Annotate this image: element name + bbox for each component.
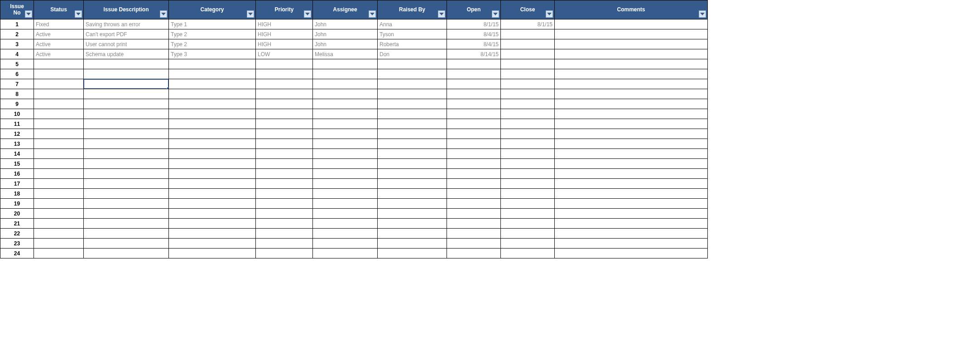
cell-close[interactable] <box>501 229 555 239</box>
cell-category[interactable]: Type 2 <box>169 39 256 49</box>
cell-desc[interactable] <box>84 119 169 129</box>
cell-open[interactable] <box>447 79 501 89</box>
cell-close[interactable] <box>501 139 555 149</box>
column-header-raised_by[interactable]: Raised By <box>378 0 447 19</box>
cell-assignee[interactable] <box>313 109 378 119</box>
cell-priority[interactable] <box>256 149 313 159</box>
cell-assignee[interactable] <box>313 179 378 189</box>
cell-comments[interactable] <box>555 189 708 199</box>
cell-priority[interactable] <box>256 209 313 219</box>
cell-category[interactable] <box>169 209 256 219</box>
cell-status[interactable]: Active <box>34 39 84 49</box>
cell-issue_no[interactable]: 22 <box>0 229 34 239</box>
cell-status[interactable] <box>34 119 84 129</box>
cell-raised_by[interactable] <box>378 59 447 69</box>
cell-open[interactable] <box>447 139 501 149</box>
cell-issue_no[interactable]: 11 <box>0 119 34 129</box>
cell-comments[interactable] <box>555 209 708 219</box>
cell-raised_by[interactable] <box>378 199 447 209</box>
cell-priority[interactable]: HIGH <box>256 29 313 39</box>
filter-dropdown-icon[interactable] <box>25 10 32 18</box>
cell-category[interactable] <box>169 219 256 229</box>
cell-raised_by[interactable] <box>378 99 447 109</box>
cell-priority[interactable]: HIGH <box>256 19 313 29</box>
cell-priority[interactable] <box>256 89 313 99</box>
cell-close[interactable] <box>501 189 555 199</box>
cell-desc[interactable] <box>84 169 169 179</box>
cell-close[interactable] <box>501 129 555 139</box>
cell-open[interactable] <box>447 189 501 199</box>
cell-close[interactable] <box>501 249 555 258</box>
cell-comments[interactable] <box>555 49 708 59</box>
cell-issue_no[interactable]: 13 <box>0 139 34 149</box>
cell-comments[interactable] <box>555 229 708 239</box>
column-header-category[interactable]: Category <box>169 0 256 19</box>
cell-comments[interactable] <box>555 39 708 49</box>
cell-issue_no[interactable]: 12 <box>0 129 34 139</box>
cell-close[interactable] <box>501 49 555 59</box>
cell-priority[interactable] <box>256 139 313 149</box>
cell-open[interactable] <box>447 169 501 179</box>
cell-status[interactable] <box>34 249 84 258</box>
cell-raised_by[interactable] <box>378 189 447 199</box>
cell-open[interactable] <box>447 89 501 99</box>
cell-close[interactable] <box>501 149 555 159</box>
cell-raised_by[interactable] <box>378 79 447 89</box>
cell-status[interactable] <box>34 129 84 139</box>
cell-raised_by[interactable] <box>378 139 447 149</box>
cell-close[interactable] <box>501 219 555 229</box>
cell-status[interactable] <box>34 209 84 219</box>
cell-open[interactable] <box>447 119 501 129</box>
cell-close[interactable] <box>501 109 555 119</box>
cell-close[interactable] <box>501 89 555 99</box>
cell-category[interactable] <box>169 249 256 258</box>
cell-raised_by[interactable] <box>378 179 447 189</box>
filter-dropdown-icon[interactable] <box>699 10 706 18</box>
cell-priority[interactable] <box>256 59 313 69</box>
cell-status[interactable] <box>34 69 84 79</box>
cell-priority[interactable] <box>256 129 313 139</box>
cell-category[interactable]: Type 3 <box>169 49 256 59</box>
cell-status[interactable] <box>34 219 84 229</box>
cell-desc[interactable] <box>84 69 169 79</box>
issues-table[interactable]: IssueNoStatusIssue DescriptionCategoryPr… <box>0 0 708 258</box>
cell-close[interactable] <box>501 29 555 39</box>
cell-category[interactable] <box>169 69 256 79</box>
cell-open[interactable] <box>447 109 501 119</box>
cell-raised_by[interactable] <box>378 149 447 159</box>
cell-raised_by[interactable] <box>378 169 447 179</box>
cell-close[interactable] <box>501 119 555 129</box>
cell-desc[interactable] <box>84 99 169 109</box>
filter-dropdown-icon[interactable] <box>160 10 167 18</box>
cell-desc[interactable] <box>84 209 169 219</box>
cell-comments[interactable] <box>555 119 708 129</box>
cell-assignee[interactable]: John <box>313 29 378 39</box>
cell-category[interactable] <box>169 229 256 239</box>
cell-raised_by[interactable] <box>378 109 447 119</box>
cell-category[interactable]: Type 2 <box>169 29 256 39</box>
cell-open[interactable] <box>447 249 501 258</box>
cell-assignee[interactable] <box>313 169 378 179</box>
cell-desc[interactable] <box>84 159 169 169</box>
cell-open[interactable] <box>447 149 501 159</box>
cell-close[interactable] <box>501 209 555 219</box>
cell-raised_by[interactable] <box>378 89 447 99</box>
filter-dropdown-icon[interactable] <box>75 10 82 18</box>
cell-assignee[interactable]: John <box>313 39 378 49</box>
cell-assignee[interactable] <box>313 89 378 99</box>
column-header-comments[interactable]: Comments <box>555 0 708 19</box>
cell-raised_by[interactable] <box>378 129 447 139</box>
cell-assignee[interactable] <box>313 139 378 149</box>
cell-open[interactable] <box>447 209 501 219</box>
cell-comments[interactable] <box>555 69 708 79</box>
column-header-issue_no[interactable]: IssueNo <box>0 0 34 19</box>
cell-assignee[interactable] <box>313 119 378 129</box>
cell-desc[interactable] <box>84 59 169 69</box>
cell-desc[interactable]: User cannot print <box>84 39 169 49</box>
cell-issue_no[interactable]: 4 <box>0 49 34 59</box>
cell-issue_no[interactable]: 5 <box>0 59 34 69</box>
cell-issue_no[interactable]: 19 <box>0 199 34 209</box>
cell-desc[interactable]: Can't export PDF <box>84 29 169 39</box>
cell-category[interactable] <box>169 199 256 209</box>
cell-desc[interactable] <box>84 219 169 229</box>
